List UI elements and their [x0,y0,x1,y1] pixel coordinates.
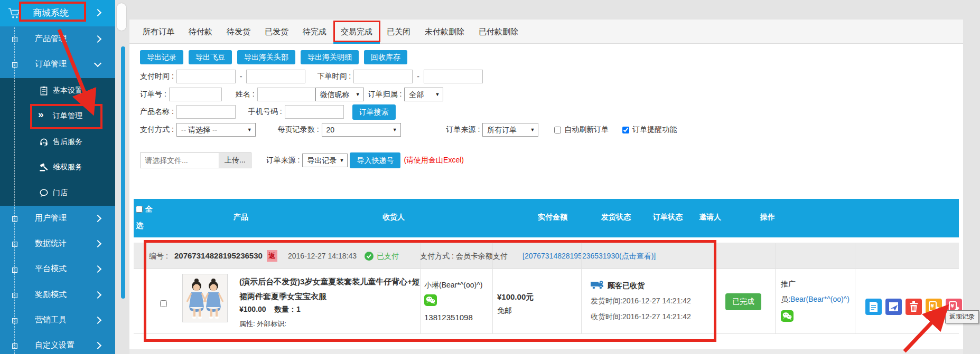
memo-icon [865,299,882,315]
sidebar-item-label: 产品管理 [35,34,67,44]
sidebar-scroll-area [115,0,129,354]
scrollbar-thumb[interactable] [117,3,126,31]
scrollbar-thumb-blue[interactable] [121,46,125,299]
order-time-label: 下单时间 : [317,72,351,81]
wechat-icon[interactable] [424,294,437,306]
delivery-status: 顾客已收货 [608,281,645,291]
product-image[interactable] [182,274,228,322]
pay-method-text: 支付方式 : 会员卡余额支付 [420,243,508,269]
chevron-right-icon [94,35,101,43]
sidebar: 商城系统 产品管理 订单管理 基本设置 » 订单管理 [0,0,115,354]
tab-pending-shipment[interactable]: 待发货 [227,27,250,37]
filter-row-pay-time: 支付时间 : - 下单时间 : - [140,69,483,84]
pay-time-start-input[interactable] [176,70,236,83]
excel-hint: (请使用金山Excel) [404,156,464,165]
sidebar-item-label: 数据统计 [35,238,67,248]
chevron-right-icon [94,342,101,349]
pay-time-end-input[interactable] [246,70,305,83]
caret-icon: ▼ [530,123,535,136]
edit-price-button[interactable]: ¥ [926,299,942,315]
sidebar-item-label: 维权服务 [53,162,82,172]
pay-time-label: 支付时间 : [140,72,174,81]
belong-select[interactable]: 全部 ▼ [404,88,443,101]
recycle-stock-button[interactable]: 回收库存 [364,50,407,64]
delete-order-button[interactable] [906,299,922,315]
sidebar-item-order-management-sub[interactable]: » 订单管理 [0,103,115,129]
return-badge[interactable]: 返 [267,250,277,262]
upload-button[interactable]: 上传... [219,152,251,168]
tab-unpaid-deleted[interactable]: 未付款删除 [425,27,464,37]
tab-all-orders[interactable]: 所有订单 [143,27,174,37]
sidebar-item-label: 自定义设置 [35,340,74,350]
tab-pending-payment[interactable]: 待付款 [189,27,212,37]
sidebar-item-rights-protection[interactable]: 维权服务 [0,155,115,180]
order-no-input[interactable] [169,88,222,101]
order-time-end-input[interactable] [424,70,483,83]
sidebar-item-store[interactable]: 门店 [0,180,115,206]
sidebar-item-label: 营销工具 [35,315,67,325]
yen-edit-icon: ¥ [926,299,942,315]
tree-node [12,242,17,247]
name-type-select[interactable]: 微信昵称 ▼ [315,88,364,101]
order-row: (演示后台不发货)3岁女童夏装套装儿童牛仔背心+短裙两件套夏季女宝宝衣服 ¥10… [134,269,959,334]
export-feidou-button[interactable]: 导出飞豆 [189,50,232,64]
export-records-button[interactable]: 导出记录 [140,50,183,64]
cart-icon [7,6,21,20]
tab-trade-complete[interactable]: 交易完成 [341,27,372,37]
order-memo-button[interactable] [865,299,882,315]
sidebar-item-label: 平台模式 [35,264,67,274]
order-time-start-input[interactable] [353,70,413,83]
wechat-icon[interactable] [781,310,794,322]
inviter-link[interactable]: Bear(Bear*^(oo)^) [790,295,850,303]
order-meta-row: 编号 : 20767314828195236530 返 2016-12-27 1… [134,243,959,269]
column-divider [581,243,582,334]
pay-link[interactable]: [20767314828195236531930(点击查看)] [522,243,656,269]
tab-pending-complete[interactable]: 待完成 [303,27,326,37]
order-no-label: 订单号 : [140,90,166,99]
mobile-label: 手机号码 : [248,107,282,117]
active-tab-underline [333,42,380,44]
product-title[interactable]: (演示后台不发货)3岁女童夏装套装儿童牛仔背心+短裙两件套夏季女宝宝衣服 [239,274,424,304]
svg-text:¥: ¥ [931,303,935,309]
column-actions: 操作 [760,213,775,222]
import-tracking-button[interactable]: 导入快递号 [350,152,400,168]
upload-source-select[interactable]: 导出记录 ▼ [302,154,348,167]
order-tabbar: 所有订单 待付款 待发货 已发货 待完成 交易完成 已关闭 未付款删除 已付款删… [129,20,963,44]
row-checkbox[interactable] [160,300,167,307]
page-size-select[interactable]: 20 ▼ [322,123,401,137]
tab-paid-deleted[interactable]: 已付款删除 [479,27,518,37]
truck-icon [591,281,604,290]
order-remind-checkbox[interactable] [622,127,629,133]
filter-row-product: 产品名称 : 手机号码 : 订单搜索 [140,104,396,119]
product-photo-girls [183,274,227,322]
upload-row: 上传... 订单来源 : 导出记录 ▼ 导入快递号 (请使用金山Excel) [140,152,464,169]
select-all-checkbox[interactable] [136,206,143,213]
product-name-input[interactable] [176,105,236,119]
mobile-input[interactable] [285,105,344,119]
name-input[interactable] [257,88,315,101]
order-status-button[interactable]: 已完成 [725,293,761,310]
auto-refresh-checkbox[interactable] [554,127,561,133]
tab-shipped[interactable]: 已发货 [265,27,288,37]
edit-ship-button[interactable] [885,299,902,315]
order-source-select[interactable]: 所有订单 ▼ [482,123,538,137]
export-customs-header-button[interactable]: 导出海关头部 [237,50,295,64]
order-created-time: 2016-12-27 14:18:43 [288,243,357,269]
chat-bubble-icon [39,188,49,198]
pay-method-select[interactable]: -- 请选择 -- ▼ [176,123,256,137]
column-divider [420,243,421,334]
gavel-icon [39,162,49,172]
export-customs-detail-button[interactable]: 导出海关明细 [301,50,359,64]
sidebar-root-label: 商城系统 [33,7,69,19]
select-all-label-2: 选 [136,221,143,231]
tab-closed[interactable]: 已关闭 [387,27,410,37]
sidebar-item-after-sales[interactable]: 售后服务 [0,129,115,155]
file-select-input[interactable] [140,152,219,168]
range-dash: - [240,72,242,81]
belong-label: 订单归属 : [368,90,402,99]
sidebar-item-mall-system[interactable]: 商城系统 [0,0,115,26]
order-search-button[interactable]: 订单搜索 [352,104,396,120]
clipboard-icon [39,86,49,95]
sidebar-item-basic-settings[interactable]: 基本设置 [0,78,115,103]
filter-row-pay-method: 支付方式 : -- 请选择 -- ▼ 每页记录数 : 20 ▼ 订单来源 : 所… [140,122,690,137]
